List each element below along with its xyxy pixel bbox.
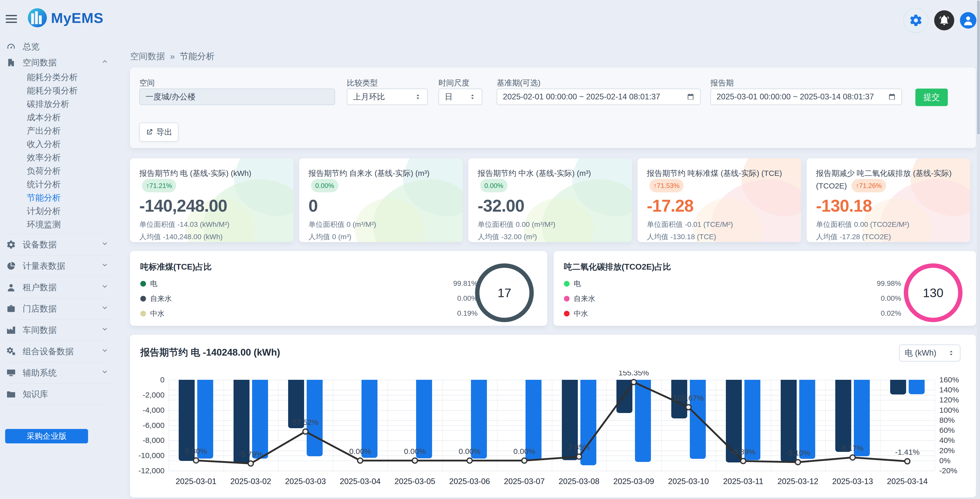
- line-marker: [905, 459, 910, 464]
- line-value-label: 6.17%: [842, 444, 864, 452]
- legend-value: 0.02%: [858, 309, 901, 318]
- sidebar-group-space[interactable]: 空间数据: [0, 55, 116, 70]
- buy-enterprise-button[interactable]: 采购企业版: [5, 429, 88, 443]
- line-value-label: 0.00%: [404, 447, 426, 456]
- building-icon: [6, 58, 16, 67]
- kpi-badge: ↑71.53%: [649, 179, 684, 192]
- sidebar-group-1[interactable]: 计量表数据: [0, 258, 116, 274]
- kpi-value: -32.00: [478, 196, 623, 216]
- kpi-per-capita: 人均值 0 (m³): [309, 232, 453, 242]
- chevron-down-icon: [101, 368, 109, 376]
- sidebar-item-3[interactable]: 成本分析: [0, 111, 116, 124]
- kpi-per-capita: 人均值 -130.18 (TCE): [647, 232, 792, 242]
- kpi-badge: 0.00%: [480, 179, 508, 192]
- sidebar-item-overview[interactable]: 总览: [0, 39, 116, 55]
- legend-value: 99.98%: [858, 280, 901, 288]
- kpi-title: 报告期节约 电 (基线-实际) (kWh) ↑71.21%: [139, 168, 284, 192]
- line-value-label: -3.10%: [786, 448, 810, 457]
- sidebar-item-8[interactable]: 统计分析: [0, 178, 116, 191]
- line-value-label: -0.89%: [731, 448, 756, 456]
- sidebar-group-0[interactable]: 设备数据: [0, 237, 116, 253]
- sidebar-item-9[interactable]: 节能分析: [0, 191, 116, 205]
- kpi-title: 报告期节约 吨标准煤 (基线-实际) (TCE) ↑71.53%: [647, 168, 792, 192]
- line-marker: [631, 380, 636, 385]
- legend-dot-icon: [564, 281, 570, 286]
- export-button[interactable]: 导出: [139, 122, 178, 141]
- kpi-per-area: 单位面积值 -14.03 (kWh/M²): [139, 219, 284, 229]
- compare-type-select[interactable]: 上月环比: [347, 89, 428, 105]
- base-period-input[interactable]: 2025-02-01 00:00:00 ~ 2025-02-14 08:01:3…: [497, 89, 701, 105]
- legend-dot-icon: [140, 296, 146, 302]
- kpi-card-row: 报告期节约 电 (基线-实际) (kWh) ↑71.21% -140,248.0…: [130, 158, 976, 242]
- sidebar-item-0[interactable]: 能耗分类分析: [0, 70, 116, 84]
- report-period-input[interactable]: 2025-03-01 00:00:00 ~ 2025-03-14 08:01:3…: [710, 89, 902, 105]
- sidebar-item-11[interactable]: 环境监测: [0, 218, 116, 231]
- breadcrumb-parent[interactable]: 空间数据: [130, 51, 165, 61]
- legend-item[interactable]: 电: [564, 279, 581, 289]
- kpi-title: 报告期节约 自来水 (基线-实际) (m³) 0.00%: [309, 168, 453, 192]
- export-icon: [145, 128, 153, 136]
- chevron-down-icon: [101, 325, 109, 333]
- chart-title: 报告期节约 电 -140248.00 (kWh): [140, 346, 280, 359]
- monitor-icon: [6, 368, 16, 378]
- energy-unit-select[interactable]: 电 (kWh): [899, 345, 961, 361]
- line-value-label: 0.00%: [514, 447, 535, 456]
- menu-toggle-icon[interactable]: [6, 15, 17, 24]
- donut-title: 吨二氧化碳排放(TCO2E)占比: [564, 261, 671, 273]
- legend-item[interactable]: 中水: [564, 309, 588, 318]
- sidebar-item-2[interactable]: 碳排放分析: [0, 97, 116, 111]
- line-marker: [467, 458, 472, 463]
- kpi-per-area: 单位面积值 0.00 (m³/M²): [478, 219, 623, 229]
- submit-button[interactable]: 提交: [915, 89, 948, 106]
- donut-center-value: 17: [498, 286, 511, 300]
- line-marker: [850, 455, 855, 460]
- sidebar-group-2[interactable]: 租户数据: [0, 280, 116, 296]
- sidebar-group-3[interactable]: 门店数据: [0, 301, 116, 317]
- sidebar-item-1[interactable]: 能耗分项分析: [0, 84, 116, 97]
- sidebar-group-4[interactable]: 车间数据: [0, 322, 116, 338]
- filter-panel: 空间 一度城/办公楼 比较类型 上月环比 时间尺度 日 基准期(可选) 2025…: [130, 67, 976, 148]
- legend-item[interactable]: 自来水: [140, 294, 172, 304]
- sidebar-group-5[interactable]: 组合设备数据: [0, 343, 116, 359]
- sidebar-group-7[interactable]: 知识库: [0, 386, 116, 402]
- legend-item[interactable]: 电: [140, 279, 158, 289]
- period-type-select[interactable]: 日: [439, 89, 482, 105]
- legend-value: 0.19%: [434, 309, 478, 318]
- divider: [6, 319, 110, 319]
- compare-type-label: 比较类型: [347, 78, 378, 88]
- legend-item[interactable]: 自来水: [564, 294, 595, 304]
- kpi-card-0: 报告期节约 电 (基线-实际) (kWh) ↑71.21% -140,248.0…: [130, 158, 294, 242]
- breadcrumb: 空间数据 » 节能分析: [130, 51, 215, 62]
- sidebar-item-10[interactable]: 计划分析: [0, 205, 116, 218]
- bell-icon: [939, 15, 950, 26]
- kpi-card-4: 报告期减少 吨二氧化碳排放 (基线-实际) (TCO2E) ↑71.26% -1…: [807, 158, 970, 242]
- savings-rate-line: 0.30%-5.79%57.52%0.00%0.00%0.00%0.00%7.8…: [130, 371, 976, 494]
- notifications-button[interactable]: [934, 10, 954, 30]
- account-button[interactable]: [960, 12, 977, 29]
- calendar-icon: [888, 93, 896, 101]
- legend-item[interactable]: 中水: [140, 309, 164, 318]
- kpi-card-2: 报告期节约 中水 (基线-实际) (m³) 0.00% -32.00 单位面积值…: [468, 158, 632, 242]
- chevron-down-icon: [101, 346, 109, 354]
- sidebar-item-4[interactable]: 产出分析: [0, 124, 116, 138]
- line-value-label: 155.35%: [619, 371, 649, 377]
- line-marker: [358, 458, 363, 463]
- user-icon: [962, 14, 974, 26]
- divider: [6, 277, 110, 277]
- sidebar-item-7[interactable]: 负荷分析: [0, 164, 116, 178]
- settings-button[interactable]: [903, 8, 929, 33]
- space-input[interactable]: 一度城/办公楼: [139, 89, 335, 105]
- page-scrollbar[interactable]: [977, 0, 980, 499]
- sidebar-group-6[interactable]: 辅助系统: [0, 365, 116, 381]
- donut-title: 吨标准煤(TCE)占比: [140, 261, 212, 273]
- briefcase-icon: [6, 304, 16, 314]
- legend-value: 0.00%: [858, 294, 901, 302]
- kpi-per-area: 单位面积值 -0.01 (TCE/M²): [647, 219, 792, 229]
- kpi-per-capita: 人均值 -140,248.00 (kWh): [139, 232, 284, 242]
- sidebar: 总览空间数据能耗分类分析能耗分项分析碳排放分析成本分析产出分析收入分析效率分析负…: [0, 39, 116, 408]
- donut-card-0: 吨标准煤(TCE)占比 电 99.81% 自来水 0.00% 中水 0.19% …: [130, 251, 547, 326]
- sidebar-item-6[interactable]: 效率分析: [0, 151, 116, 164]
- chevron-down-icon: [101, 261, 109, 269]
- donut-chart: 130: [904, 264, 963, 322]
- sidebar-item-5[interactable]: 收入分析: [0, 138, 116, 151]
